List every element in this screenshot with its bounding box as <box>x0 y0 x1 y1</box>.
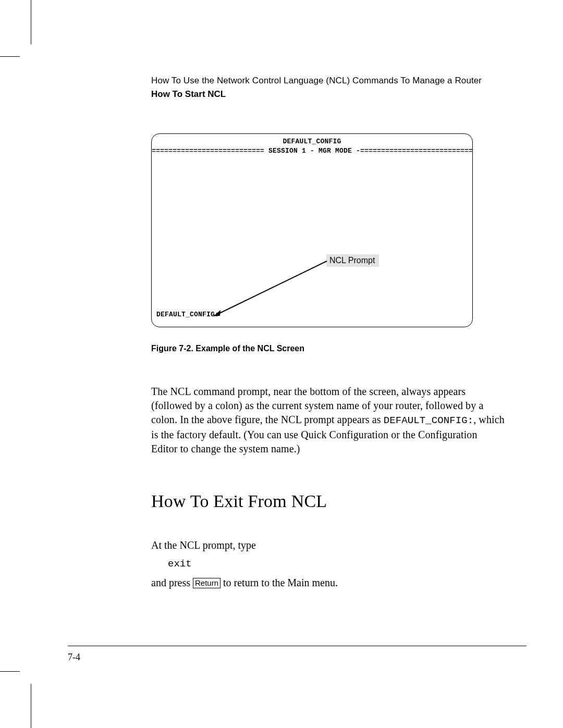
svg-line-0 <box>215 261 327 315</box>
crop-mark <box>31 684 31 728</box>
page-content: How To Use the Network Control Language … <box>68 29 528 683</box>
body-paragraph: The NCL command prompt, near the bottom … <box>151 385 506 456</box>
figure-7-2: DEFAULT_CONFIG =========================… <box>151 133 528 353</box>
crop-mark <box>31 0 31 44</box>
instruction-line1: At the NCL prompt, type <box>151 539 256 551</box>
footer-rule <box>68 646 527 646</box>
crop-mark <box>0 56 20 57</box>
figure-caption: Figure 7-2. Example of the NCL Screen <box>151 344 528 353</box>
para-inline-code: DEFAULT_CONFIG: <box>384 415 474 426</box>
screen-prompt: DEFAULT_CONFIG: <box>156 311 219 318</box>
section-title: How To Start NCL <box>151 89 528 100</box>
instruction-line3-post: to return to the Main menu. <box>221 577 338 588</box>
ncl-screen-box: DEFAULT_CONFIG =========================… <box>151 133 473 327</box>
chapter-title: How To Use the Network Control Language … <box>151 76 528 86</box>
crop-mark <box>0 671 20 672</box>
callout-ncl-prompt: NCL Prompt <box>326 254 379 267</box>
return-keycap: Return <box>193 578 221 588</box>
page-header: How To Use the Network Control Language … <box>151 76 528 100</box>
exit-command: exit <box>168 557 528 572</box>
section-heading-exit-ncl: How To Exit From NCL <box>151 491 528 511</box>
callout-arrow-icon <box>213 259 328 317</box>
exit-instructions: At the NCL prompt, type exit and press R… <box>151 537 528 591</box>
page-number: 7-4 <box>68 652 80 663</box>
screen-separator: =========================== SESSION 1 - … <box>152 147 472 156</box>
screen-title: DEFAULT_CONFIG <box>152 134 472 145</box>
instruction-line3-pre: and press <box>151 577 193 588</box>
